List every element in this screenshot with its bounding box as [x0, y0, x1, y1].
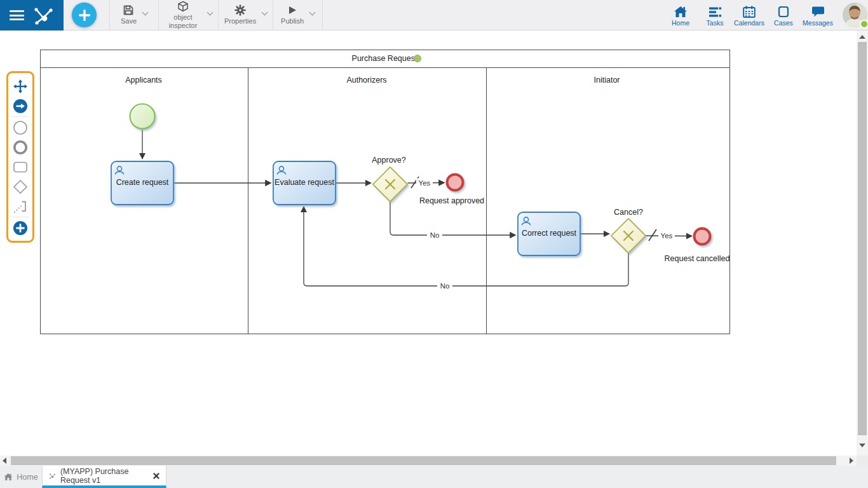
flow-label-yes-2: Yes	[661, 232, 673, 240]
nav-calendars[interactable]: Calendars	[732, 0, 766, 30]
lane-label-initiator[interactable]: Initiator	[594, 76, 620, 85]
move-icon	[13, 79, 28, 94]
palette-separator	[11, 217, 29, 217]
scroll-up-arrow[interactable]	[859, 35, 865, 39]
diamond-icon	[13, 179, 28, 194]
end-event-approved[interactable]	[447, 175, 463, 191]
circle-thick-icon	[13, 140, 28, 155]
arrow-circle-icon	[13, 98, 28, 114]
nav-tasks-label: Tasks	[707, 19, 724, 27]
home-icon	[674, 6, 688, 18]
nav-cases[interactable]: Cases	[766, 0, 801, 30]
task-create-request[interactable]: Create request	[111, 161, 173, 205]
publish-label: Publish	[281, 17, 304, 25]
case-icon	[778, 6, 789, 18]
palette-connector-tool[interactable]	[9, 196, 32, 216]
task-correct-request[interactable]: Correct request	[518, 212, 580, 255]
palette-next-tool[interactable]	[9, 96, 32, 116]
save-chevron-down-icon[interactable]	[142, 10, 149, 16]
horizontal-scrollbar[interactable]	[0, 456, 857, 466]
connector-icon	[13, 199, 28, 214]
scroll-right-arrow[interactable]	[850, 458, 853, 464]
menu-icon[interactable]	[10, 10, 24, 20]
palette-separator	[11, 116, 29, 117]
save-icon	[123, 4, 134, 16]
scroll-down-arrow[interactable]	[859, 444, 865, 447]
pool-title[interactable]: Purchase Request	[352, 54, 417, 63]
process-tab-icon	[49, 471, 56, 480]
palette-add-tool[interactable]	[9, 218, 32, 238]
flow-label-no-2: No	[440, 282, 450, 290]
close-icon	[153, 473, 159, 479]
plus-icon	[78, 9, 91, 22]
add-new-button[interactable]	[72, 3, 97, 27]
flow-label-yes-1: Yes	[419, 179, 431, 187]
bottom-tab-bar: Home (MYAPP) Purchase Request v1	[0, 466, 868, 488]
shape-palette	[6, 71, 34, 243]
object-inspector-label: object inspector	[165, 13, 201, 29]
calendar-icon	[743, 6, 756, 18]
rect-icon	[13, 159, 28, 175]
scroll-left-arrow[interactable]	[3, 458, 6, 464]
nav-home-label: Home	[672, 19, 689, 27]
gateway-label-cancel: Cancel?	[614, 208, 643, 217]
palette-gateway-tool[interactable]	[9, 177, 32, 196]
palette-start-event-tool[interactable]	[9, 118, 32, 137]
tab-purchase-request-label: (MYAPP) Purchase Request v1	[60, 467, 147, 485]
home-tab-icon	[4, 473, 13, 481]
horizontal-scrollbar-thumb[interactable]	[11, 456, 836, 465]
circle-thin-icon	[13, 120, 28, 135]
tab-purchase-request[interactable]: (MYAPP) Purchase Request v1	[42, 466, 166, 488]
vertical-scrollbar[interactable]	[857, 30, 868, 456]
start-event[interactable]	[130, 104, 155, 129]
gear-icon	[234, 4, 246, 16]
top-nav: Home Tasks Calendars	[663, 0, 835, 30]
gateway-label-approve: Approve?	[372, 156, 406, 165]
palette-move-tool[interactable]	[9, 76, 32, 96]
editor-toolbar: Save object inspector	[109, 0, 323, 30]
add-circle-icon	[13, 220, 28, 236]
palette-task-tool[interactable]	[9, 157, 32, 177]
nav-cases-label: Cases	[774, 19, 793, 27]
lane-label-authorizers[interactable]: Authorizers	[346, 76, 386, 85]
vertical-scrollbar-thumb[interactable]	[858, 42, 867, 435]
object-inspector-chevron-down-icon[interactable]	[207, 10, 214, 16]
nav-messages[interactable]: Messages	[801, 0, 835, 30]
flow-label-no-1: No	[430, 231, 440, 239]
play-icon	[287, 4, 298, 16]
nav-calendars-label: Calendars	[734, 19, 764, 27]
nav-tasks[interactable]: Tasks	[698, 0, 732, 30]
save-button[interactable]: Save	[109, 0, 159, 30]
publish-chevron-down-icon[interactable]	[309, 10, 316, 16]
properties-button[interactable]: Properties	[219, 0, 273, 30]
online-status-dot	[860, 20, 868, 29]
publish-button[interactable]: Publish	[273, 0, 323, 30]
tab-home-label: Home	[17, 473, 37, 482]
user-avatar[interactable]	[843, 3, 867, 27]
pool-status-dot	[414, 55, 421, 62]
message-icon	[811, 6, 825, 18]
palette-end-event-tool[interactable]	[9, 137, 32, 157]
end-event-label-approved: Request approved	[419, 196, 484, 205]
nav-home[interactable]: Home	[663, 0, 698, 30]
properties-label: Properties	[224, 17, 256, 25]
end-event-label-cancelled: Request cancelled	[665, 254, 730, 263]
tab-close-button[interactable]	[153, 473, 159, 479]
lane-label-applicants[interactable]: Applicants	[125, 76, 162, 85]
object-inspector-button[interactable]: object inspector	[159, 0, 219, 30]
diagram-canvas[interactable]: Purchase Request Applicants Authorizers …	[0, 30, 857, 456]
cube-icon	[177, 1, 189, 12]
task-label: Create request	[116, 178, 169, 187]
tab-home[interactable]: Home	[0, 466, 42, 488]
tasks-icon	[709, 6, 722, 18]
task-evaluate-request[interactable]: Evaluate request	[273, 161, 336, 205]
scrollbar-corner	[857, 456, 868, 466]
task-label: Correct request	[522, 229, 577, 238]
app-header: Save object inspector	[0, 0, 868, 30]
properties-chevron-down-icon[interactable]	[262, 10, 268, 16]
brand-box	[0, 0, 64, 30]
save-label: Save	[121, 17, 137, 25]
task-label: Evaluate request	[275, 178, 334, 187]
flokzu-logo-icon[interactable]	[33, 5, 55, 25]
end-event-cancelled[interactable]	[695, 229, 710, 245]
